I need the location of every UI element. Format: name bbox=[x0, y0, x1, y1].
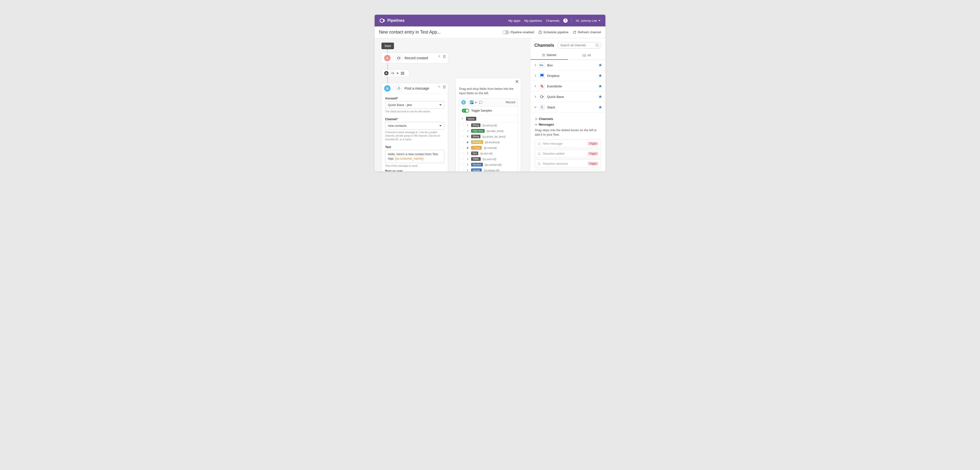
sub-channels-toggle[interactable]: Channels bbox=[535, 117, 601, 121]
channel-row-eventbrite[interactable]: Eventbrite bbox=[530, 81, 605, 92]
close-icon[interactable] bbox=[515, 80, 519, 83]
msg-label: Reaction added bbox=[543, 152, 565, 156]
drag-handle-icon: ⋯ bbox=[461, 141, 464, 144]
tab-all[interactable]: All bbox=[568, 51, 605, 60]
type-icon: 1 bbox=[466, 163, 469, 166]
dropbox-icon bbox=[539, 73, 545, 78]
star-icon[interactable] bbox=[598, 95, 602, 98]
search-input[interactable] bbox=[557, 42, 601, 48]
text-field-group: Text Hello, here's a new contact from Te… bbox=[385, 145, 444, 167]
field-row[interactable]: ⋯ ◐ Closed {{b.closed}} bbox=[459, 145, 518, 151]
type-icon: ◐ bbox=[466, 146, 469, 149]
msg-label: New message bbox=[543, 142, 562, 145]
field-reference: {{a.integer.id}} bbox=[484, 169, 500, 171]
nav-channels[interactable]: Channels bbox=[546, 19, 559, 22]
chevron-down-icon[interactable] bbox=[438, 85, 441, 88]
brand-logo-icon bbox=[380, 18, 385, 23]
message-step-3[interactable]: Message starred Trigger bbox=[535, 169, 601, 171]
connector bbox=[387, 64, 388, 69]
star-icon[interactable] bbox=[598, 84, 602, 88]
record-link[interactable]: Record bbox=[506, 101, 515, 104]
trash-icon[interactable] bbox=[443, 85, 446, 89]
toggle-samples-switch[interactable] bbox=[462, 109, 469, 113]
trash-icon[interactable] bbox=[443, 55, 446, 58]
chevron-icon bbox=[534, 85, 537, 87]
schedule-pipeline-button[interactable]: Schedule pipeline bbox=[539, 30, 569, 34]
refresh-channel-button[interactable]: Refresh channel bbox=[573, 30, 601, 34]
account-select[interactable]: Quick Base - jlee bbox=[385, 101, 444, 109]
field-row[interactable]: ⋯ 1 String {{a.string.id}} bbox=[459, 122, 518, 128]
message-step-0[interactable]: New message Trigger bbox=[535, 139, 601, 148]
slack-sub-section: Channels Messages Drag steps into the do… bbox=[530, 113, 605, 171]
step-a-node: A Record created bbox=[382, 52, 448, 64]
chevron-down-icon bbox=[535, 123, 537, 126]
drag-handle-icon: ⋯ bbox=[461, 169, 464, 171]
text-input[interactable]: Hello, here's a new contact from Test Ap… bbox=[385, 150, 444, 163]
channel-row-quickbase[interactable]: Quick Base bbox=[530, 92, 605, 102]
field-row[interactable]: ⋯ ◐ Boolean {{b.boolean}} bbox=[459, 139, 518, 145]
msg-label: Reaction removed bbox=[543, 162, 568, 165]
svg-rect-6 bbox=[399, 89, 399, 90]
nav-my-apps[interactable]: My apps bbox=[508, 19, 520, 22]
channel-select[interactable]: new-contacts bbox=[385, 122, 444, 130]
nav-my-pipelines[interactable]: My pipelines bbox=[524, 19, 542, 22]
mini-step[interactable]: A bbox=[382, 69, 409, 77]
star-icon[interactable] bbox=[598, 74, 602, 77]
field-row[interactable]: ⋯ 1 Integer {{a.integer.id}} bbox=[459, 167, 518, 171]
drag-handle-icon: ⋯ bbox=[461, 124, 464, 127]
fields-hint: Drag and drop fields from below into the… bbox=[456, 85, 521, 98]
text-label: Text bbox=[385, 145, 444, 149]
clock-icon bbox=[539, 30, 542, 34]
fields-panel: Drag and drop fields from below into the… bbox=[455, 78, 521, 171]
quickbase-icon bbox=[391, 71, 395, 75]
type-icon: 1 bbox=[466, 124, 469, 127]
svg-rect-17 bbox=[542, 105, 542, 107]
message-step-1[interactable]: Reaction added Trigger bbox=[535, 149, 601, 158]
step-b-badge: B bbox=[384, 85, 391, 92]
fields-breadcrumb: B bbox=[461, 100, 482, 105]
svg-point-2 bbox=[398, 57, 399, 59]
channel-field-group: Channel* new-contacts Channel to send me… bbox=[385, 118, 444, 141]
separator bbox=[571, 18, 572, 23]
field-reference: {{a.date_time}} bbox=[487, 130, 503, 132]
svg-point-27 bbox=[539, 163, 540, 164]
sub-messages-toggle[interactable]: Messages bbox=[535, 123, 601, 126]
type-icon: ◐ bbox=[466, 141, 469, 143]
pipeline-enabled-toggle[interactable]: Pipeline enabled bbox=[502, 30, 534, 34]
channel-row-dropbox[interactable]: Dropbox bbox=[530, 70, 605, 81]
star-icon[interactable] bbox=[598, 64, 602, 67]
user-menu[interactable]: Hi, Johnny Lee bbox=[576, 19, 600, 22]
grip-icon: ⠿ bbox=[461, 117, 463, 121]
field-row[interactable]: ⋯ 1 Dict {{a.dict.id}} bbox=[459, 151, 518, 156]
field-row[interactable]: ⋯ 1 YAML {{a.yaml.id}} bbox=[459, 156, 518, 162]
field-row[interactable]: ⋯ 1 Number {{a.number.id}} bbox=[459, 162, 518, 167]
chevron-down-icon bbox=[439, 125, 442, 127]
svg-rect-5 bbox=[397, 88, 399, 89]
chevron-icon bbox=[534, 64, 537, 67]
chevron-right-icon bbox=[535, 118, 537, 120]
star-icon[interactable] bbox=[598, 105, 602, 109]
field-row[interactable]: ⋯ ▭ Date-time {{a.date_time}} bbox=[459, 128, 518, 133]
type-pill: String bbox=[471, 135, 480, 138]
channel-label: Channel* bbox=[385, 118, 444, 121]
chevron-down-icon bbox=[598, 20, 600, 21]
channel-row-box[interactable]: box Box bbox=[530, 60, 605, 70]
message-step-2[interactable]: Reaction removed Trigger bbox=[535, 159, 601, 168]
tab-starred[interactable]: Starred bbox=[530, 51, 568, 60]
chevron-left-icon[interactable] bbox=[438, 55, 441, 58]
chevron-icon bbox=[534, 95, 537, 98]
help-icon[interactable]: ? bbox=[563, 18, 568, 23]
chevron-down-icon bbox=[439, 104, 442, 106]
field-reference: {{a.string.id}} bbox=[482, 124, 497, 127]
header-bar: Pipelines My apps My pipelines Channels … bbox=[375, 15, 605, 27]
account-label: Account* bbox=[385, 97, 444, 100]
channel-row-slack[interactable]: Slack bbox=[530, 102, 605, 113]
drag-handle-icon: ⋯ bbox=[461, 163, 464, 166]
step-a-badge: A bbox=[384, 55, 391, 61]
type-pill: Dict bbox=[471, 151, 478, 155]
refresh-label: Refresh channel bbox=[578, 30, 601, 34]
channel-name: Quick Base bbox=[547, 95, 596, 98]
svg-point-13 bbox=[582, 55, 583, 56]
field-row[interactable]: ⋯ A String {{a.active_list_item}} bbox=[459, 133, 518, 139]
slack-icon bbox=[396, 85, 402, 92]
